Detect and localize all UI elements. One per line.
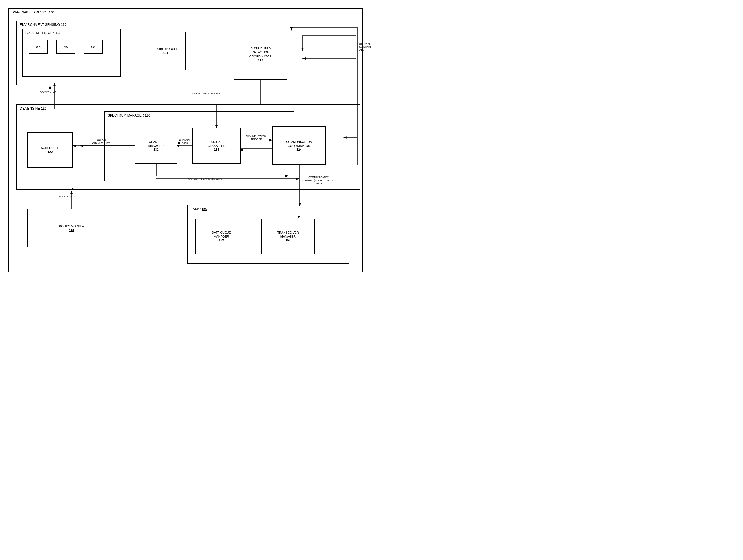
distributed-detection-label: DISTRIBUTEDDETECTIONCOORDINATOR116 [250,46,272,62]
logical-channel-list-label: LOGICAL CHANNEL LIST [91,139,112,145]
environment-sensing-title: ENVIRONMENT SENSING 110 [20,23,66,27]
transceiver-manager-label: TRANSCEIVERMANAGER154 [277,231,299,242]
external-environmental-data-label: EXTERNAL ENVIRONMENTAL DATA [357,43,372,51]
data-queue-manager-box: DATA QUEUEMANAGER152 [195,219,248,254]
environmental-data-label: ENVIRONMENTAL DATA [192,92,221,95]
cs-box: CS [84,40,102,54]
nb-label: NB [63,45,68,49]
distributed-detection-box: DISTRIBUTEDDETECTIONCOORDINATOR116 [234,29,287,80]
diagram-container: DSA-ENABLED DEVICE 100 ENVIRONMENT SENSI… [0,0,372,280]
signal-classifier-box: SIGNALCLASSIFIER134 [192,128,241,164]
scheduler-label: SCHEDULER122 [41,146,60,154]
wb-label: WB [36,45,41,49]
policy-module-label: POLICY MODULE140 [59,224,84,232]
data-queue-manager-label: DATA QUEUEMANAGER152 [212,231,231,242]
cs-label: CS [91,45,95,49]
nb-box: NB [56,40,75,54]
channel-data-label: CHANNEL DATA [176,139,194,145]
ellipsis: ... [108,45,112,49]
wb-box: WB [29,40,48,54]
policy-data-label: POLICY DATA [59,195,75,198]
local-detectors-title: LOCAL DETECTORS 112 [25,31,60,34]
communication-channels-label: COMMUNICATION CHANNEL(S) AND CONTROL DAT… [301,176,337,185]
scan-timing-label: SCAN TIMING [40,91,56,94]
candidate-channel-data-label: CANDIDATE CHANNEL DATA [187,177,223,180]
scheduler-box: SCHEDULER122 [28,132,73,168]
transceiver-manager-box: TRANSCEIVERMANAGER154 [261,219,315,254]
dsa-device-title: DSA-ENABLED DEVICE 100 [11,10,54,14]
probe-module-label: PROBE MODULE114 [154,47,178,55]
channel-switch-trigger-label: CHANNEL SWITCH TRIGGER [241,135,272,141]
spectrum-manager-title: SPECTRUM MANAGER 130 [108,113,150,118]
channel-manager-box: CHANNELMANAGER132 [135,128,177,164]
radio-title: RADIO 150 [190,207,207,211]
signal-classifier-label: SIGNALCLASSIFIER134 [208,140,225,152]
channel-manager-label: CHANNELMANAGER132 [148,140,164,152]
dsa-engine-title: DSA ENGINE 120 [20,107,46,110]
policy-module-box: POLICY MODULE140 [28,209,116,247]
communication-coordinator-box: COMMUNICATIONCOORDINATOR124 [272,127,326,165]
communication-coordinator-label: COMMUNICATIONCOORDINATOR124 [286,140,312,152]
probe-module-box: PROBE MODULE114 [146,32,186,70]
